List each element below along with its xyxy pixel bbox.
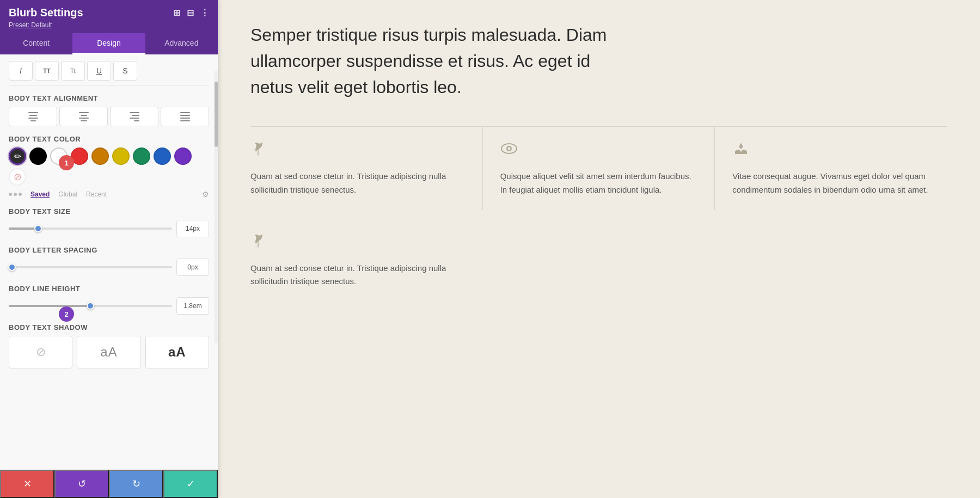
card-3: Vitae consequat augue. Vivamus eget dolo… <box>715 127 947 210</box>
swatch-orange[interactable] <box>91 147 109 165</box>
preset-label[interactable]: Preset: Default <box>9 21 52 29</box>
card-2-text: Quisque aliquet velit sit amet sem inter… <box>500 170 697 197</box>
align-right-icon <box>130 112 139 121</box>
tab-content[interactable]: Content <box>0 33 72 54</box>
align-left-button[interactable] <box>9 107 57 126</box>
scroll-thumb[interactable] <box>215 82 218 147</box>
eyedropper-icon: ✏ <box>14 151 21 162</box>
swatch-purple[interactable] <box>174 147 192 165</box>
swatch-yellow[interactable] <box>112 147 130 165</box>
align-justify-button[interactable] <box>161 107 209 126</box>
align-right-button[interactable] <box>110 107 158 126</box>
color-dots <box>9 193 22 196</box>
line-height-value[interactable]: 1.8em <box>176 297 209 315</box>
alignment-row <box>9 107 209 126</box>
swatch-black[interactable] <box>29 147 47 165</box>
cards-grid: Quam at sed conse ctetur in. Tristique a… <box>250 126 947 210</box>
uppercase-button[interactable]: TT <box>35 61 59 81</box>
panel-title: Blurb Settings <box>9 7 83 19</box>
capitalize-button[interactable]: Tt <box>61 61 85 81</box>
swatch-eraser[interactable]: ⊘ <box>9 168 26 186</box>
align-center-button[interactable] <box>59 107 108 126</box>
line-height-section: Body Line Height 1.8em <box>9 285 209 315</box>
strikethrough-button[interactable]: S <box>113 61 137 81</box>
redo-icon: ↻ <box>132 478 140 490</box>
format-row: I TT Tt U S <box>9 61 209 85</box>
focus-icon[interactable]: ⊞ <box>173 8 180 18</box>
letter-spacing-thumb[interactable] <box>8 263 16 271</box>
letter-spacing-label: Body Letter Spacing <box>9 246 209 254</box>
color-swatches: ✏ ⊘ <box>9 147 209 186</box>
tab-design[interactable]: Design <box>72 33 145 54</box>
dot3 <box>19 193 22 196</box>
shadow-label: Body Text Shadow <box>9 323 209 331</box>
redo-button[interactable]: ↻ <box>109 470 163 498</box>
undo-button[interactable]: ↺ <box>54 470 109 498</box>
shadow-dark-icon: aA <box>168 345 186 360</box>
align-left-icon <box>28 112 38 121</box>
letter-spacing-row: 0px <box>9 259 209 276</box>
underline-button[interactable]: U <box>87 61 111 81</box>
eyedropper-swatch[interactable]: ✏ <box>9 147 26 165</box>
color-section: Body Text Color ✏ ⊘ <box>9 135 209 199</box>
color-label: Body Text Color <box>9 135 209 143</box>
color-tab-saved[interactable]: Saved <box>30 190 50 198</box>
shadow-options: ⊘ aA aA <box>9 336 209 368</box>
cards-grid-row2: Quam at sed conse ctetur in. Tristique a… <box>250 210 947 289</box>
card-row2-1-text: Quam at sed conse ctetur in. Tristique a… <box>250 262 465 289</box>
more-icon[interactable]: ⋮ <box>200 8 209 18</box>
svg-point-2 <box>507 147 510 150</box>
panel-body: I TT Tt U S Body Text Alignment <box>0 54 218 470</box>
shadow-none-button[interactable]: ⊘ <box>9 336 72 368</box>
cancel-button[interactable]: ✕ <box>0 470 54 498</box>
panel-footer: ✕ ↺ ↻ ✓ <box>0 470 218 498</box>
text-size-track[interactable] <box>9 228 172 230</box>
color-tabs-row: Saved Global Recent ⚙ <box>9 190 209 199</box>
italic-button[interactable]: I <box>9 61 33 81</box>
card-3-text: Vitae consequat augue. Vivamus eget dolo… <box>732 170 930 197</box>
line-height-row: 1.8em <box>9 297 209 315</box>
color-tab-recent[interactable]: Recent <box>86 190 107 198</box>
dot1 <box>9 193 12 196</box>
hero-text: Semper tristique risus turpis malesuada.… <box>250 22 621 100</box>
text-size-thumb[interactable] <box>34 225 42 232</box>
shadow-light-button[interactable]: aA <box>77 336 140 368</box>
shadow-light-icon: aA <box>100 345 117 360</box>
step-1-indicator: 1 <box>59 155 74 170</box>
letter-spacing-section: Body Letter Spacing 0px <box>9 246 209 276</box>
letter-spacing-track[interactable] <box>9 266 172 268</box>
text-size-section: Body Text Size 14px <box>9 207 209 237</box>
text-size-value[interactable]: 14px <box>176 220 209 237</box>
alignment-label: Body Text Alignment <box>9 94 209 102</box>
card-1: Quam at sed conse ctetur in. Tristique a… <box>250 127 483 210</box>
line-height-thumb[interactable] <box>87 302 94 310</box>
panel-preset: Preset: Default <box>9 21 209 29</box>
panel-title-row: Blurb Settings ⊞ ⊟ ⋮ <box>9 7 209 19</box>
shadow-dark-button[interactable]: aA <box>145 336 209 368</box>
panel-header-icons: ⊞ ⊟ ⋮ <box>173 8 209 18</box>
card-row2-1: Quam at sed conse ctetur in. Tristique a… <box>250 210 483 289</box>
card-1-text: Quam at sed conse ctetur in. Tristique a… <box>250 170 465 197</box>
card-2-icon <box>500 140 697 161</box>
save-icon: ✓ <box>187 478 195 490</box>
shadow-section: Body Text Shadow ⊘ aA aA <box>9 323 209 368</box>
letter-spacing-value[interactable]: 0px <box>176 259 209 276</box>
card-2: Quisque aliquet velit sit amet sem inter… <box>483 127 715 210</box>
save-button[interactable]: ✓ <box>163 470 218 498</box>
align-justify-icon <box>180 112 190 121</box>
undo-icon: ↺ <box>78 478 86 490</box>
text-size-label: Body Text Size <box>9 207 209 216</box>
color-tab-global[interactable]: Global <box>58 190 77 198</box>
tab-advanced[interactable]: Advanced <box>145 33 218 54</box>
no-shadow-icon: ⊘ <box>36 345 46 359</box>
line-height-track[interactable] <box>9 305 172 307</box>
card-1-icon <box>250 140 465 161</box>
expand-icon[interactable]: ⊟ <box>187 8 194 18</box>
step-2-indicator: 2 <box>59 306 74 322</box>
line-height-label: Body Line Height <box>9 285 209 293</box>
content-area: Semper tristique risus turpis malesuada.… <box>218 0 980 498</box>
swatch-green[interactable] <box>133 147 150 165</box>
swatch-blue[interactable] <box>154 147 171 165</box>
color-settings-icon[interactable]: ⚙ <box>202 190 209 199</box>
card-3-icon <box>732 140 930 161</box>
